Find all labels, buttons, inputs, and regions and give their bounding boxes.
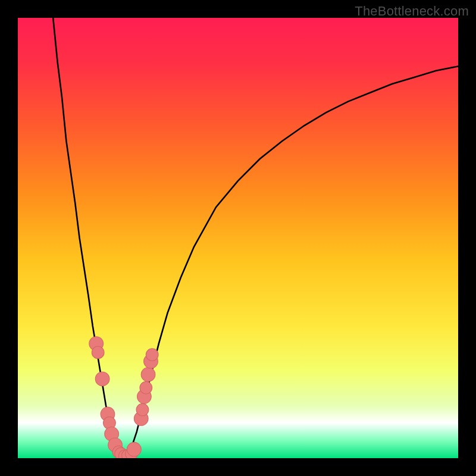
curve-layer xyxy=(18,18,458,458)
data-marker xyxy=(146,349,158,361)
data-marker xyxy=(136,403,149,416)
data-marker xyxy=(140,381,152,394)
data-marker xyxy=(95,372,109,386)
right-curve xyxy=(124,66,458,458)
data-marker xyxy=(141,368,155,382)
left-curve xyxy=(18,18,124,458)
watermark-text: TheBottleneck.com xyxy=(355,4,469,19)
data-marker xyxy=(127,442,142,456)
plot-area xyxy=(18,18,458,458)
data-marker xyxy=(92,346,104,359)
data-markers xyxy=(89,337,158,458)
chart-frame: TheBottleneck.com xyxy=(0,0,476,476)
